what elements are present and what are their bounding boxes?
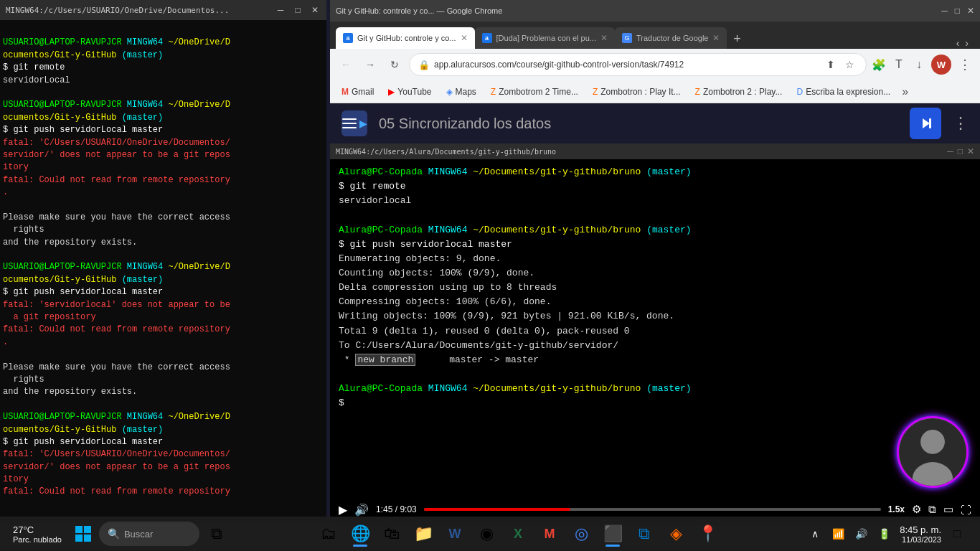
course-next-button[interactable]: [910, 108, 941, 139]
extension-btn[interactable]: 🧩: [871, 57, 887, 72]
taskbar-app-chrome[interactable]: ◉: [472, 519, 501, 548]
taskbar-app-gmail[interactable]: M: [535, 519, 564, 548]
browser-controls[interactable]: ─ □ ✕: [941, 6, 974, 16]
theater-mode-icon[interactable]: ▭: [943, 503, 953, 516]
forward-button[interactable]: →: [360, 55, 380, 75]
tab-close-2[interactable]: ✕: [600, 33, 608, 43]
bookmark-youtube[interactable]: ▶ YouTube: [382, 85, 437, 98]
bookmark-maps[interactable]: ◈ Maps: [440, 85, 482, 98]
taskbar-app-app1[interactable]: ◈: [661, 519, 690, 548]
vterm-close[interactable]: ✕: [967, 146, 974, 156]
bookmark-zombotron2[interactable]: Z Zombotron : Play It...: [587, 85, 687, 98]
taskbar-app-store[interactable]: 🛍: [377, 519, 406, 548]
notification-icon: □: [953, 527, 961, 540]
svg-rect-1: [342, 123, 357, 124]
taskbar-app-maps[interactable]: 📍: [693, 519, 722, 548]
tab-arrow-left[interactable]: ‹: [956, 37, 960, 49]
address-bar[interactable]: 🔒 app.aluracursos.com/course/git-github-…: [409, 53, 867, 76]
browser-title: Git y GitHub: controle y co... — Google …: [336, 6, 502, 15]
svg-rect-2: [342, 127, 357, 128]
play-pause-button[interactable]: ▶: [339, 503, 347, 517]
address-text: app.aluracursos.com/course/git-github-co…: [434, 60, 819, 70]
new-tab-button[interactable]: +: [727, 29, 747, 49]
video-progress-bar[interactable]: [424, 508, 881, 511]
pip-icon[interactable]: ⧉: [928, 503, 936, 516]
bookmark-zombotrom1[interactable]: Z Zombotrom 2 Time...: [485, 85, 584, 98]
volume-button[interactable]: 🔊: [354, 503, 369, 517]
total-time: 9:03: [400, 504, 416, 514]
browser-close-btn[interactable]: ✕: [967, 6, 974, 16]
svg-point-6: [920, 430, 945, 454]
browser-menu-button[interactable]: ⋮: [956, 57, 974, 72]
taskbar-app-excel[interactable]: X: [504, 519, 532, 548]
tab-traductor[interactable]: G Traductor de Google ✕: [615, 27, 727, 49]
svg-rect-0: [342, 118, 357, 120]
clock-time: 8:45 p. m.: [900, 524, 941, 535]
video-settings-icon[interactable]: ⚙: [912, 503, 921, 516]
new-branch-highlight: new branch: [355, 354, 415, 366]
maximize-btn[interactable]: □: [292, 5, 303, 15]
volume-icon[interactable]: 🔊: [851, 524, 871, 544]
left-terminal: MINGW64:/c/Users/USUARIO/OneDrive/Docume…: [0, 0, 326, 524]
presenter-avatar: [897, 416, 969, 488]
bookmark-zombotrom1-label: Zombotrom 2 Time...: [499, 87, 578, 97]
arrow-indicator: ▶: [359, 118, 367, 129]
browser-maximize-btn[interactable]: □: [955, 6, 960, 16]
download-btn[interactable]: ↓: [911, 57, 927, 72]
battery-icon[interactable]: 🔋: [874, 524, 894, 544]
browser-minimize-btn[interactable]: ─: [941, 6, 948, 16]
profile-button[interactable]: W: [931, 55, 951, 75]
svg-rect-9: [84, 526, 91, 533]
taskbar-apps: 🗂 🌐 🛍 📁 W ◉ X M ◎ ⬛ ⧉: [234, 519, 802, 548]
bookmark-expresion[interactable]: D Escriba la expresion...: [791, 85, 896, 98]
close-btn[interactable]: ✕: [309, 5, 321, 15]
tab-close-3[interactable]: ✕: [712, 33, 720, 43]
refresh-button[interactable]: ↻: [385, 55, 405, 75]
taskbar-app-vscode[interactable]: ⧉: [630, 519, 659, 548]
minimize-btn[interactable]: ─: [275, 5, 286, 15]
bookmark-zombotron3[interactable]: Z Zombotron 2 : Play...: [689, 85, 788, 98]
zombotrom1-favicon: Z: [491, 87, 496, 97]
task-view-button[interactable]: ⧉: [202, 519, 231, 548]
taskbar-app-terminal[interactable]: ⬛: [598, 519, 627, 548]
fullscreen-button[interactable]: ⛶: [961, 504, 971, 516]
share-icon[interactable]: ⬆: [823, 57, 839, 72]
tab-duda[interactable]: a [Duda] Problema con el pu... ✕: [475, 27, 615, 49]
course-more-button[interactable]: ⋮: [953, 114, 969, 133]
video-terminal-controls[interactable]: ─ □ ✕: [947, 146, 974, 156]
bookmarks-more-button[interactable]: »: [899, 85, 911, 98]
store-icon: 🛍: [384, 524, 400, 543]
bookmark-gmail[interactable]: M Gmail: [336, 85, 380, 98]
hamburger-icon: [342, 118, 357, 128]
show-hidden-icons-btn[interactable]: ∧: [805, 524, 825, 544]
course-menu-button[interactable]: ▶: [341, 110, 367, 136]
taskbar-weather[interactable]: 27°C Parc. nublado: [7, 524, 67, 544]
tab-label-3: Traductor de Google: [636, 34, 708, 42]
vterm-maximize[interactable]: □: [958, 146, 963, 156]
taskbar-app-explorer[interactable]: 🗂: [314, 519, 343, 548]
start-button[interactable]: [70, 521, 96, 547]
back-button[interactable]: ←: [336, 55, 356, 75]
tab-close-1[interactable]: ✕: [461, 33, 468, 43]
taskbar-app-word[interactable]: W: [440, 519, 469, 548]
svg-rect-11: [84, 534, 91, 542]
notification-btn[interactable]: □: [947, 524, 967, 544]
bookmark-zombotron2-label: Zombotron : Play It...: [600, 87, 680, 97]
taskbar-app-edge[interactable]: 🌐: [346, 519, 374, 548]
translate-btn[interactable]: T: [891, 57, 907, 72]
network-icon[interactable]: 📶: [828, 524, 848, 544]
vterm-minimize[interactable]: ─: [947, 146, 953, 156]
vscode-icon: ⧉: [639, 524, 650, 543]
tab-favicon-2: a: [482, 33, 492, 43]
bookmark-star-icon[interactable]: ☆: [842, 57, 857, 72]
tab-git-github[interactable]: a Git y GitHub: controle y co... ✕: [336, 27, 475, 49]
taskbar-app-browser2[interactable]: ◎: [567, 519, 595, 548]
taskbar-app-files[interactable]: 📁: [409, 519, 438, 548]
word-icon: W: [449, 527, 461, 542]
playback-speed[interactable]: 1.5x: [888, 504, 905, 514]
tab-arrow-right[interactable]: ›: [965, 37, 969, 49]
taskbar-clock[interactable]: 8:45 p. m. 11/03/2023: [900, 524, 941, 544]
titlebar-controls[interactable]: ─ □ ✕: [275, 5, 321, 15]
gmail-favicon: M: [341, 87, 349, 97]
taskbar-search[interactable]: 🔍 Buscar: [99, 522, 199, 546]
